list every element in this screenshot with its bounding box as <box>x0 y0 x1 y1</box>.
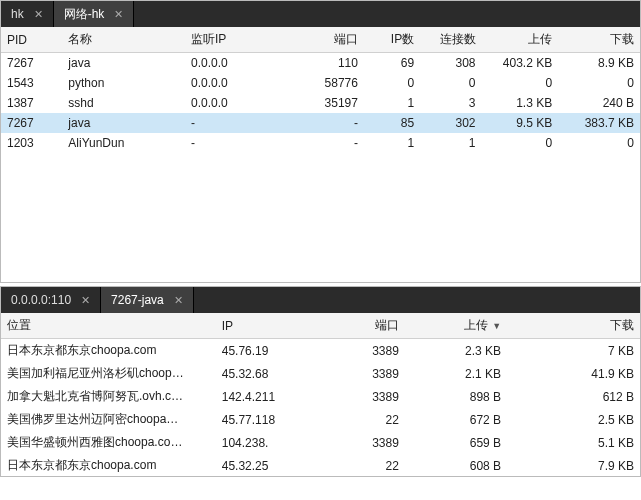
cell-down: 0 <box>558 133 640 153</box>
close-icon[interactable]: ✕ <box>174 294 183 307</box>
cell-up: 898 B <box>405 385 507 408</box>
tab-label: 7267-java <box>111 293 164 307</box>
cell-down: 612 B <box>507 385 640 408</box>
col-header[interactable]: 下载 <box>558 27 640 53</box>
lower-panel: 0.0.0.0:110✕7267-java✕ 位置IP端口上传▼下载 日本东京都… <box>0 286 641 477</box>
upper-tab-1[interactable]: 网络-hk✕ <box>54 1 135 27</box>
table-row[interactable]: 美国佛罗里达州迈阿密choopa…45.77.11822672 B2.5 KB <box>1 408 640 431</box>
cell-down: 240 B <box>558 93 640 113</box>
table-row[interactable]: 美国华盛顿州西雅图choopa.co…104.238.3389659 B5.1 … <box>1 431 640 454</box>
close-icon[interactable]: ✕ <box>34 8 43 21</box>
cell-ip: 104.238. <box>216 431 328 454</box>
connection-table: 位置IP端口上传▼下载 日本东京都东京choopa.com45.76.19338… <box>1 313 640 476</box>
lower-tabbar: 0.0.0.0:110✕7267-java✕ <box>1 287 640 313</box>
cell-up: 2.3 KB <box>405 339 507 363</box>
process-table-container[interactable]: PID名称监听IP端口IP数连接数上传下载 7267java0.0.0.0110… <box>1 27 640 282</box>
cell-name: AliYunDun <box>62 133 185 153</box>
col-header[interactable]: 端口 <box>303 27 364 53</box>
table-row[interactable]: 1543python0.0.0.0587760000 <box>1 73 640 93</box>
cell-loc: 美国佛罗里达州迈阿密choopa… <box>1 408 216 431</box>
col-header[interactable]: PID <box>1 27 62 53</box>
cell-port: 22 <box>328 454 405 476</box>
cell-up: 0 <box>482 133 559 153</box>
cell-name: python <box>62 73 185 93</box>
col-header[interactable]: 监听IP <box>185 27 303 53</box>
cell-conn: 0 <box>420 73 481 93</box>
table-row[interactable]: 7267java--853029.5 KB383.7 KB <box>1 113 640 133</box>
cell-conn: 3 <box>420 93 481 113</box>
col-header[interactable]: 下载 <box>507 313 640 339</box>
cell-pid: 1387 <box>1 93 62 113</box>
cell-ip: 45.32.25 <box>216 454 328 476</box>
close-icon[interactable]: ✕ <box>81 294 90 307</box>
col-header[interactable]: IP数 <box>364 27 420 53</box>
upper-tab-0[interactable]: hk✕ <box>1 1 54 27</box>
lower-tab-0[interactable]: 0.0.0.0:110✕ <box>1 287 101 313</box>
table-row[interactable]: 日本东京都东京choopa.com45.76.1933892.3 KB7 KB <box>1 339 640 363</box>
col-header[interactable]: 端口 <box>328 313 405 339</box>
cell-conn: 302 <box>420 113 481 133</box>
cell-port: 3389 <box>328 385 405 408</box>
cell-ip: 0.0.0.0 <box>185 73 303 93</box>
cell-pid: 1543 <box>1 73 62 93</box>
cell-loc: 日本东京都东京choopa.com <box>1 339 216 363</box>
col-header[interactable]: 位置 <box>1 313 216 339</box>
cell-pid: 7267 <box>1 113 62 133</box>
cell-down: 383.7 KB <box>558 113 640 133</box>
lower-tab-1[interactable]: 7267-java✕ <box>101 287 194 313</box>
cell-down: 41.9 KB <box>507 362 640 385</box>
table-row[interactable]: 1203AliYunDun--1100 <box>1 133 640 153</box>
cell-down: 5.1 KB <box>507 431 640 454</box>
col-header[interactable]: 名称 <box>62 27 185 53</box>
cell-port: 35197 <box>303 93 364 113</box>
cell-ips: 1 <box>364 133 420 153</box>
cell-ip: 45.76.19 <box>216 339 328 363</box>
table-row[interactable]: 日本东京都东京choopa.com45.32.2522608 B7.9 KB <box>1 454 640 476</box>
cell-up: 608 B <box>405 454 507 476</box>
cell-up: 1.3 KB <box>482 93 559 113</box>
cell-name: sshd <box>62 93 185 113</box>
cell-port: 3389 <box>328 339 405 363</box>
cell-conn: 1 <box>420 133 481 153</box>
cell-ip: 45.77.118 <box>216 408 328 431</box>
table-row[interactable]: 美国加利福尼亚州洛杉矶choop…45.32.6833892.1 KB41.9 … <box>1 362 640 385</box>
cell-port: - <box>303 113 364 133</box>
table-row[interactable]: 7267java0.0.0.011069308403.2 KB8.9 KB <box>1 53 640 74</box>
cell-ips: 85 <box>364 113 420 133</box>
tab-label: 网络-hk <box>64 6 105 23</box>
cell-up: 0 <box>482 73 559 93</box>
table-row[interactable]: 1387sshd0.0.0.035197131.3 KB240 B <box>1 93 640 113</box>
cell-down: 0 <box>558 73 640 93</box>
cell-ip: 0.0.0.0 <box>185 93 303 113</box>
cell-ip: - <box>185 113 303 133</box>
cell-loc: 日本东京都东京choopa.com <box>1 454 216 476</box>
cell-name: java <box>62 113 185 133</box>
cell-down: 8.9 KB <box>558 53 640 74</box>
cell-up: 403.2 KB <box>482 53 559 74</box>
cell-port: 3389 <box>328 431 405 454</box>
cell-ips: 0 <box>364 73 420 93</box>
cell-conn: 308 <box>420 53 481 74</box>
table-row[interactable]: 加拿大魁北克省博阿努瓦.ovh.c…142.4.2113389898 B612 … <box>1 385 640 408</box>
cell-ip: 142.4.211 <box>216 385 328 408</box>
cell-ip: 45.32.68 <box>216 362 328 385</box>
cell-ips: 69 <box>364 53 420 74</box>
col-header[interactable]: 上传▼ <box>405 313 507 339</box>
cell-up: 659 B <box>405 431 507 454</box>
cell-ip: 0.0.0.0 <box>185 53 303 74</box>
cell-down: 2.5 KB <box>507 408 640 431</box>
cell-pid: 1203 <box>1 133 62 153</box>
connection-table-container[interactable]: 位置IP端口上传▼下载 日本东京都东京choopa.com45.76.19338… <box>1 313 640 476</box>
cell-loc: 美国加利福尼亚州洛杉矶choop… <box>1 362 216 385</box>
cell-up: 9.5 KB <box>482 113 559 133</box>
col-header[interactable]: 连接数 <box>420 27 481 53</box>
tab-label: hk <box>11 7 24 21</box>
col-header[interactable]: IP <box>216 313 328 339</box>
cell-port: 22 <box>328 408 405 431</box>
cell-ip: - <box>185 133 303 153</box>
upper-panel: hk✕网络-hk✕ PID名称监听IP端口IP数连接数上传下载 7267java… <box>0 0 641 283</box>
cell-loc: 美国华盛顿州西雅图choopa.co… <box>1 431 216 454</box>
close-icon[interactable]: ✕ <box>114 8 123 21</box>
col-header[interactable]: 上传 <box>482 27 559 53</box>
process-table: PID名称监听IP端口IP数连接数上传下载 7267java0.0.0.0110… <box>1 27 640 153</box>
